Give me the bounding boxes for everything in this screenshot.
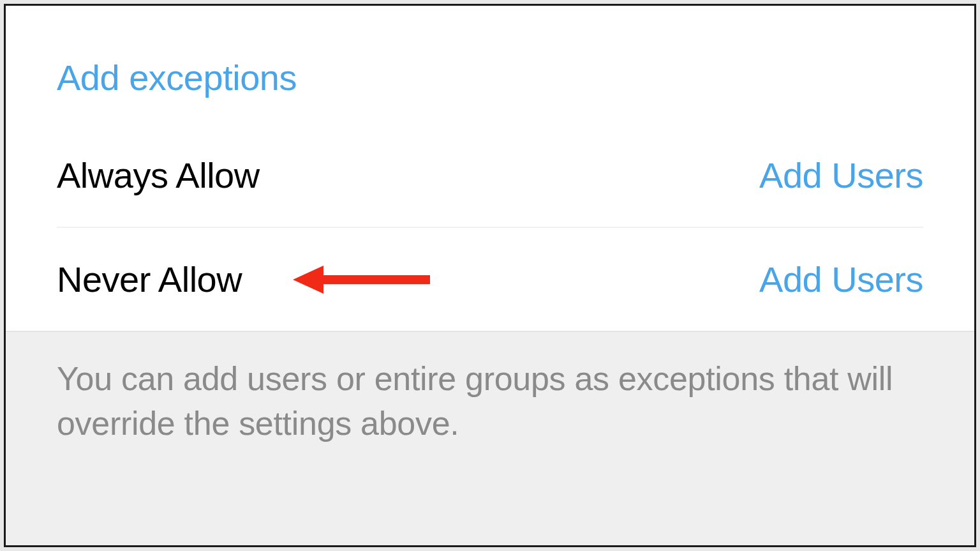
svg-marker-1 (293, 266, 323, 294)
never-allow-row[interactable]: Never Allow Add Users (6, 228, 974, 331)
always-allow-add-users-link[interactable]: Add Users (759, 155, 923, 196)
exceptions-header: Add exceptions (6, 6, 974, 124)
exceptions-title: Add exceptions (57, 57, 923, 98)
annotation-arrow-icon (293, 260, 433, 299)
never-allow-add-users-link[interactable]: Add Users (759, 259, 923, 300)
always-allow-row[interactable]: Always Allow Add Users (6, 124, 974, 227)
settings-panel: Add exceptions Always Allow Add Users Ne… (6, 6, 974, 545)
settings-frame: Add exceptions Always Allow Add Users Ne… (4, 4, 976, 547)
always-allow-label: Always Allow (57, 155, 260, 196)
never-allow-label: Never Allow (57, 259, 242, 300)
exceptions-footer: You can add users or entire groups as ex… (6, 331, 974, 545)
exceptions-footer-text: You can add users or entire groups as ex… (57, 356, 923, 446)
